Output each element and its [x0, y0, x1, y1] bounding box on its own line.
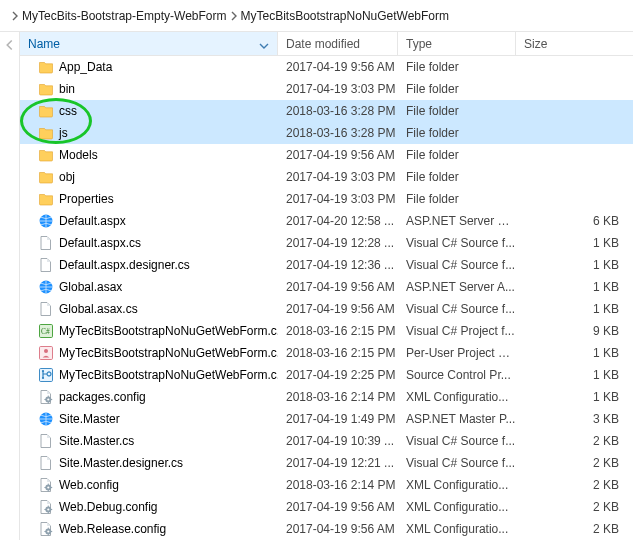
- file-icon: [38, 433, 54, 449]
- file-date: 2017-04-20 12:58 ...: [278, 214, 398, 228]
- file-size: 3 KB: [516, 412, 633, 426]
- file-row[interactable]: Site.Master.designer.cs2017-04-19 12:21 …: [20, 452, 633, 474]
- file-date: 2017-04-19 3:03 PM: [278, 82, 398, 96]
- file-row[interactable]: bin2017-04-19 3:03 PMFile folder: [20, 78, 633, 100]
- file-date: 2017-04-19 12:28 ...: [278, 236, 398, 250]
- file-row[interactable]: css2018-03-16 3:28 PMFile folder: [20, 100, 633, 122]
- column-header-type[interactable]: Type: [398, 32, 516, 55]
- file-row[interactable]: MyTecBitsBootstrapNoNuGetWebForm.c...201…: [20, 342, 633, 364]
- file-row[interactable]: obj2017-04-19 3:03 PMFile folder: [20, 166, 633, 188]
- file-row[interactable]: Web.Release.config2017-04-19 9:56 AMXML …: [20, 518, 633, 540]
- folder-icon: [38, 169, 54, 185]
- csproj-icon: [38, 323, 54, 339]
- file-type: XML Configuratio...: [398, 478, 516, 492]
- file-date: 2018-03-16 2:15 PM: [278, 346, 398, 360]
- file-row[interactable]: Default.aspx.designer.cs2017-04-19 12:36…: [20, 254, 633, 276]
- file-type: XML Configuratio...: [398, 390, 516, 404]
- file-name: Global.asax.cs: [59, 302, 138, 316]
- file-type: Visual C# Project f...: [398, 324, 516, 338]
- column-header-date[interactable]: Date modified: [278, 32, 398, 55]
- file-name: Default.aspx.designer.cs: [59, 258, 190, 272]
- file-row[interactable]: Site.Master2017-04-19 1:49 PMASP.NET Mas…: [20, 408, 633, 430]
- file-date: 2018-03-16 3:28 PM: [278, 126, 398, 140]
- file-row[interactable]: Web.Debug.config2017-04-19 9:56 AMXML Co…: [20, 496, 633, 518]
- file-name: Web.Debug.config: [59, 500, 158, 514]
- file-date: 2017-04-19 9:56 AM: [278, 522, 398, 536]
- file-type: File folder: [398, 192, 516, 206]
- file-name: Default.aspx.cs: [59, 236, 141, 250]
- file-type: Visual C# Source f...: [398, 456, 516, 470]
- column-header-label: Size: [524, 37, 547, 51]
- file-type: ASP.NET Master P...: [398, 412, 516, 426]
- file-row[interactable]: Global.asax2017-04-19 9:56 AMASP.NET Ser…: [20, 276, 633, 298]
- folder-icon: [38, 125, 54, 141]
- nav-back-arrow[interactable]: [0, 32, 20, 540]
- file-date: 2017-04-19 9:56 AM: [278, 280, 398, 294]
- file-row[interactable]: Default.aspx.cs2017-04-19 12:28 ...Visua…: [20, 232, 633, 254]
- file-type: Visual C# Source f...: [398, 236, 516, 250]
- file-type: File folder: [398, 104, 516, 118]
- aspx-icon: [38, 213, 54, 229]
- column-header-size[interactable]: Size: [516, 32, 633, 55]
- sort-caret-icon: [259, 38, 269, 52]
- file-icon: [38, 235, 54, 251]
- file-row[interactable]: MyTecBitsBootstrapNoNuGetWebForm.c...201…: [20, 364, 633, 386]
- column-header-label: Type: [406, 37, 432, 51]
- file-row[interactable]: Models2017-04-19 9:56 AMFile folder: [20, 144, 633, 166]
- file-row[interactable]: Site.Master.cs2017-04-19 10:39 ...Visual…: [20, 430, 633, 452]
- file-name: MyTecBitsBootstrapNoNuGetWebForm.c...: [59, 324, 278, 338]
- file-size: 1 KB: [516, 302, 633, 316]
- file-size: 1 KB: [516, 368, 633, 382]
- file-date: 2017-04-19 2:25 PM: [278, 368, 398, 382]
- file-row[interactable]: App_Data2017-04-19 9:56 AMFile folder: [20, 56, 633, 78]
- file-row[interactable]: Default.aspx2017-04-20 12:58 ...ASP.NET …: [20, 210, 633, 232]
- file-name: Site.Master: [59, 412, 120, 426]
- config-icon: [38, 389, 54, 405]
- file-date: 2018-03-16 2:15 PM: [278, 324, 398, 338]
- file-date: 2017-04-19 9:56 AM: [278, 500, 398, 514]
- file-date: 2018-03-16 2:14 PM: [278, 390, 398, 404]
- file-type: XML Configuratio...: [398, 522, 516, 536]
- breadcrumb-item[interactable]: MyTecBits-Bootstrap-Empty-WebForm: [22, 9, 227, 23]
- file-list-pane: Name Date modified Type Size App_Data201…: [20, 32, 633, 540]
- breadcrumb-item[interactable]: MyTecBitsBootstrapNoNuGetWebForm: [241, 9, 450, 23]
- file-type: File folder: [398, 60, 516, 74]
- column-header-name[interactable]: Name: [20, 32, 278, 55]
- file-size: 2 KB: [516, 434, 633, 448]
- file-row[interactable]: js2018-03-16 3:28 PMFile folder: [20, 122, 633, 144]
- file-date: 2017-04-19 9:56 AM: [278, 60, 398, 74]
- column-header-label: Name: [28, 37, 60, 51]
- file-type: Source Control Pr...: [398, 368, 516, 382]
- file-date: 2017-04-19 12:21 ...: [278, 456, 398, 470]
- file-name: MyTecBitsBootstrapNoNuGetWebForm.c...: [59, 368, 278, 382]
- file-size: 1 KB: [516, 258, 633, 272]
- vspscc-icon: [38, 367, 54, 383]
- file-row[interactable]: MyTecBitsBootstrapNoNuGetWebForm.c...201…: [20, 320, 633, 342]
- file-row[interactable]: Global.asax.cs2017-04-19 9:56 AMVisual C…: [20, 298, 633, 320]
- file-date: 2018-03-16 3:28 PM: [278, 104, 398, 118]
- column-headers: Name Date modified Type Size: [20, 32, 633, 56]
- folder-icon: [38, 103, 54, 119]
- chevron-right-icon[interactable]: [227, 9, 241, 23]
- file-type: File folder: [398, 148, 516, 162]
- file-date: 2017-04-19 3:03 PM: [278, 192, 398, 206]
- file-type: Visual C# Source f...: [398, 434, 516, 448]
- file-row[interactable]: Properties2017-04-19 3:03 PMFile folder: [20, 188, 633, 210]
- file-date: 2018-03-16 2:14 PM: [278, 478, 398, 492]
- file-name: Models: [59, 148, 98, 162]
- config-icon: [38, 521, 54, 537]
- file-row[interactable]: Web.config2018-03-16 2:14 PMXML Configur…: [20, 474, 633, 496]
- file-name: css: [59, 104, 77, 118]
- file-name: js: [59, 126, 68, 140]
- file-name: Web.Release.config: [59, 522, 166, 536]
- aspx-icon: [38, 411, 54, 427]
- file-date: 2017-04-19 10:39 ...: [278, 434, 398, 448]
- file-row[interactable]: packages.config2018-03-16 2:14 PMXML Con…: [20, 386, 633, 408]
- file-size: 2 KB: [516, 522, 633, 536]
- file-type: ASP.NET Server Pa...: [398, 214, 516, 228]
- file-size: 2 KB: [516, 456, 633, 470]
- chevron-right-icon[interactable]: [8, 9, 22, 23]
- breadcrumb[interactable]: MyTecBits-Bootstrap-Empty-WebForm MyTecB…: [0, 0, 633, 32]
- file-icon: [38, 257, 54, 273]
- file-date: 2017-04-19 9:56 AM: [278, 302, 398, 316]
